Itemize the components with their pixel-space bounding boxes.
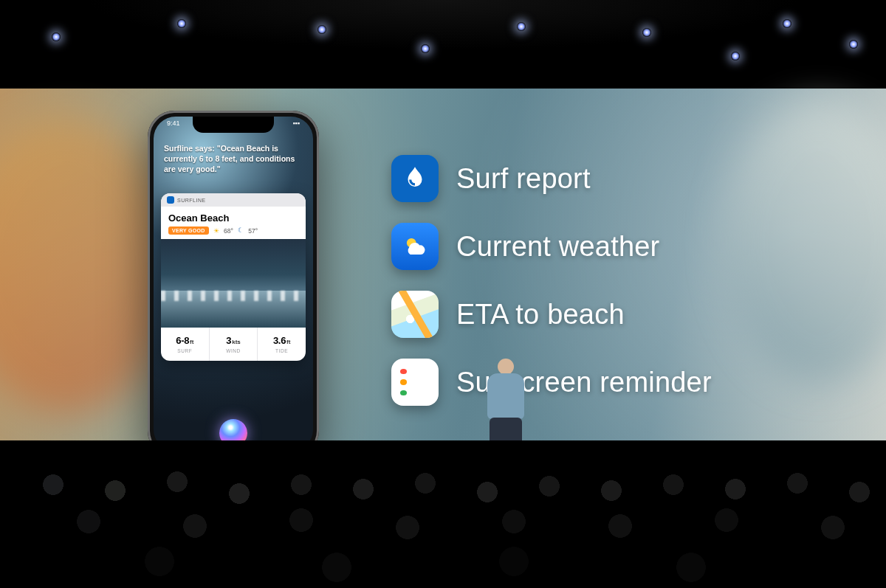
phone-screen: 9:41 ▪▪▪ Surfline says: "Ocean Beach is … [154, 117, 313, 452]
feature-label: Surf report [456, 163, 591, 195]
surfline-icon [391, 155, 439, 202]
audience [0, 440, 886, 588]
ceiling-light [52, 32, 61, 41]
reminder-dot-icon [400, 379, 407, 384]
ceiling-light [731, 52, 740, 60]
ceiling [0, 0, 886, 103]
iphone-mockup: 9:41 ▪▪▪ Surfline says: "Ocean Beach is … [148, 111, 319, 457]
ceiling-light [642, 28, 651, 37]
feature-eta-to-beach: ETA to beach [391, 291, 712, 338]
ceiling-light [317, 25, 326, 34]
reminders-icon [391, 359, 439, 406]
stat-label: WIND [211, 348, 256, 353]
feature-label: Current weather [456, 231, 659, 263]
sun-icon: ☀ [213, 227, 219, 235]
status-icons: ▪▪▪ [292, 120, 300, 127]
stats-row: 6-8ft SURF 3kts WIND 3.6ft TIDE [161, 328, 306, 361]
stat-tide: 3.6ft TIDE [257, 328, 306, 361]
condition-badge: VERY GOOD [168, 226, 209, 235]
weather-icon [391, 223, 439, 270]
temp-high: ☀ 68° [213, 227, 233, 235]
stat-label: SURF [162, 348, 207, 353]
ceiling-light [421, 44, 430, 53]
surfline-card: SURFLINE Ocean Beach VERY GOOD ☀ 68° ☾ 5… [161, 193, 306, 361]
location-name: Ocean Beach [168, 212, 298, 224]
siri-response-text: Surfline says: "Ocean Beach is currently… [164, 143, 303, 175]
moon-icon: ☾ [238, 226, 244, 234]
status-time: 9:41 [167, 120, 180, 127]
card-header: Ocean Beach VERY GOOD ☀ 68° ☾ 57° [161, 207, 306, 239]
ceiling-light [849, 40, 858, 49]
card-app-header: SURFLINE [161, 193, 306, 207]
feature-sunscreen-reminder: Sunscreen reminder [391, 359, 712, 406]
card-app-name: SURFLINE [177, 198, 206, 203]
reminder-dot-icon [400, 390, 407, 395]
maps-icon [391, 291, 439, 338]
card-meta-row: VERY GOOD ☀ 68° ☾ 57° [168, 226, 298, 235]
stat-surf: 6-8ft SURF [161, 328, 209, 361]
ceiling-light [783, 19, 791, 28]
surf-photo [161, 239, 306, 328]
stat-label: TIDE [259, 348, 304, 353]
surfline-app-icon [167, 196, 174, 204]
feature-list: Surf report Current weather ETA to beach… [391, 155, 712, 406]
temp-low: ☾ 57° [238, 227, 258, 235]
ceiling-light [177, 19, 186, 28]
reminder-dot-icon [400, 369, 407, 374]
stat-wind: 3kts WIND [209, 328, 258, 361]
feature-label: ETA to beach [456, 299, 625, 331]
phone-notch [193, 117, 274, 133]
ceiling-light [517, 22, 526, 31]
feature-surf-report: Surf report [391, 155, 712, 202]
feature-current-weather: Current weather [391, 223, 712, 270]
